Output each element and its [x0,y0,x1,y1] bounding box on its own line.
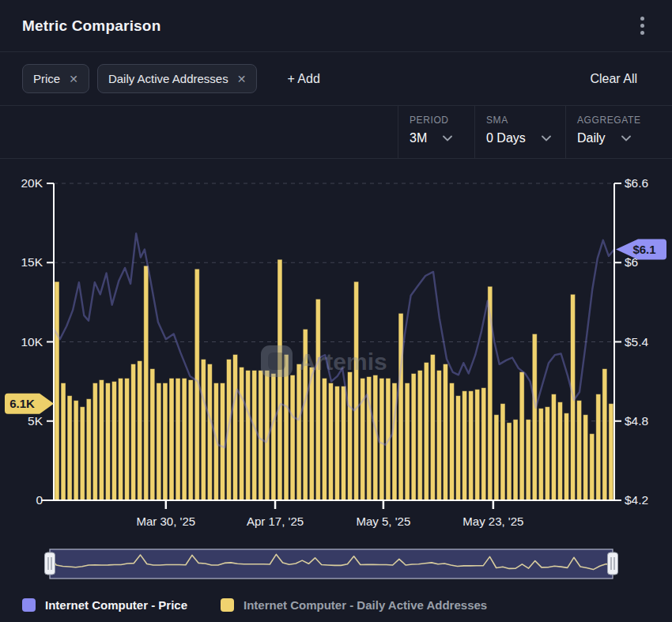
svg-text:15K: 15K [21,255,43,269]
bar[interactable] [590,434,595,500]
bar[interactable] [354,281,359,500]
metric-chip-daily-active-addresses[interactable]: Daily Active Addresses ✕ [97,64,257,93]
bar[interactable] [201,360,206,500]
bar[interactable] [315,299,320,500]
navigator-right-handle[interactable] [608,552,618,575]
bar[interactable] [240,368,244,500]
bar[interactable] [557,402,562,500]
bar[interactable] [545,407,549,500]
bar[interactable] [207,364,212,500]
bar[interactable] [169,379,174,500]
bar[interactable] [296,364,301,500]
bar[interactable] [417,371,422,500]
bar[interactable] [182,379,187,500]
bar[interactable] [105,383,110,500]
bar[interactable] [61,383,66,500]
bar[interactable] [157,383,161,500]
legend-item-price[interactable]: Internet Computer - Price [22,598,187,612]
bar[interactable] [342,386,346,500]
bar[interactable] [602,369,607,500]
bar[interactable] [144,266,149,500]
bar[interactable] [348,372,353,500]
bar[interactable] [271,374,276,500]
sma-value: 0 Days [486,131,526,145]
navigator-left-handle[interactable] [45,552,55,575]
bar[interactable] [138,361,142,500]
sma-select[interactable]: 0 Days [486,131,551,145]
sma-label: SMA [486,115,565,126]
bar[interactable] [494,415,499,500]
bar[interactable] [125,379,130,500]
bar[interactable] [424,363,428,500]
bar[interactable] [564,413,569,500]
bar[interactable] [405,383,410,500]
bar[interactable] [67,396,72,500]
bar[interactable] [277,259,282,500]
bar[interactable] [309,368,314,500]
bar[interactable] [583,415,588,500]
svg-text:10K: 10K [21,335,43,349]
aggregate-select[interactable]: Daily [577,131,631,145]
bar[interactable] [436,371,441,500]
bar[interactable] [596,394,601,500]
metric-chip-price[interactable]: Price ✕ [22,64,89,93]
bar[interactable] [163,383,168,500]
bar[interactable] [481,388,486,500]
bar[interactable] [188,380,193,500]
bar[interactable] [220,383,225,500]
bar[interactable] [361,379,365,500]
bar[interactable] [513,420,518,500]
bar[interactable] [373,375,378,500]
bar[interactable] [86,399,91,500]
close-icon[interactable]: ✕ [69,74,78,85]
bar[interactable] [74,401,78,500]
bar[interactable] [475,390,480,500]
period-select[interactable]: 3M [410,131,452,145]
bar[interactable] [519,372,524,500]
bar[interactable] [246,371,251,500]
clear-all-button[interactable]: Clear All [585,71,642,87]
bar[interactable] [328,383,333,500]
svg-text:$6.6: $6.6 [625,176,648,190]
bar[interactable] [150,369,155,500]
bar[interactable] [500,404,505,500]
svg-text:$5.4: $5.4 [625,335,649,349]
bar[interactable] [112,382,117,500]
navigator-selection[interactable] [50,549,613,579]
bar[interactable] [532,334,537,500]
bar[interactable] [551,394,556,500]
bar[interactable] [609,404,613,500]
aggregate-label: AGGREGATE [577,115,672,126]
bar[interactable] [398,313,403,500]
bar[interactable] [456,396,461,500]
chart-navigator[interactable] [0,543,672,587]
bar[interactable] [507,423,512,500]
bar[interactable] [290,375,295,500]
bar[interactable] [462,391,467,500]
legend-item-daily-active-addresses[interactable]: Internet Computer - Daily Active Address… [221,598,487,612]
bar[interactable] [526,420,530,500]
bar[interactable] [379,379,384,500]
bar[interactable] [119,379,123,500]
bar[interactable] [92,383,97,500]
bar[interactable] [469,391,474,500]
bar[interactable] [233,355,238,500]
bar[interactable] [430,355,435,500]
bar[interactable] [538,409,543,500]
bar[interactable] [577,401,582,500]
bar[interactable] [411,374,416,500]
bar[interactable] [450,383,455,500]
bar[interactable] [252,371,257,500]
kebab-menu-icon[interactable] [631,15,653,37]
bar[interactable] [80,407,85,500]
bar[interactable] [322,379,327,500]
bar[interactable] [176,379,180,500]
bar[interactable] [131,364,136,500]
close-icon[interactable]: ✕ [237,74,247,85]
bar[interactable] [335,386,340,500]
svg-text:5K: 5K [28,414,43,428]
bar[interactable] [55,281,59,500]
add-metric-button[interactable]: + Add [282,71,324,87]
bar[interactable] [99,380,104,500]
bar[interactable] [443,364,447,500]
